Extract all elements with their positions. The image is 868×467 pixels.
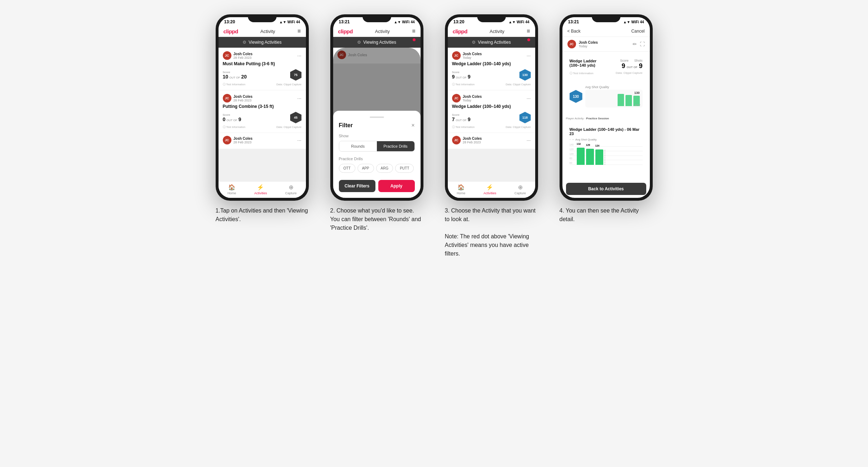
notch-3 (477, 14, 506, 22)
session-type: Practice Session (586, 117, 609, 120)
logo-3: clippd (453, 28, 467, 34)
capture-icon-1: ⊕ (289, 184, 293, 191)
capture-label-1: Capture (285, 191, 297, 195)
card-menu-3-2[interactable]: ··· (527, 95, 531, 101)
nav-home-1[interactable]: 🏠 Home (227, 184, 236, 195)
detail-user-name: Josh Coles (579, 40, 598, 44)
activity-card-3-3[interactable]: JC Josh Coles 28 Feb 2023 ··· (448, 133, 535, 149)
outof-3-2: OUT OF (456, 119, 466, 122)
viewing-activities-bar-1[interactable]: ⚙ Viewing Activities (219, 37, 306, 48)
card-header-3-2: JC Josh Coles Today ··· (452, 94, 531, 103)
card-menu-1-2[interactable]: ··· (297, 95, 302, 101)
battery-icon-1: 44 (296, 20, 300, 24)
phone-frame-4: 13:21 ▲▼ WiFi 44 < Back Cancel JC Jo (560, 14, 653, 201)
detail-actions: ✏ ⛶ (633, 41, 645, 47)
practice-card-title: Wedge Ladder (100–140 yds) - 06 Mar 23 (570, 127, 643, 136)
stat-group-3-2: Score 7 OUT OF 9 (452, 113, 471, 122)
wifi-icon-4: WiFi (631, 20, 639, 24)
avatar-4: JC (567, 40, 576, 48)
viewing-activities-bar-2[interactable]: ⚙ Viewing Activities (333, 37, 421, 48)
edit-icon[interactable]: ✏ (633, 41, 637, 47)
user-name-1-1: Josh Coles (234, 52, 253, 56)
activity-card-3-1[interactable]: JC Josh Coles Today ··· Wedge Ladder (10… (448, 48, 535, 90)
clear-filters-button[interactable]: Clear Filters (339, 180, 375, 192)
apply-button[interactable]: Apply (378, 180, 415, 192)
activity-card-1-1[interactable]: JC Josh Coles 28 Feb 2023 ··· Must Make … (219, 48, 306, 90)
user-info-3-2: JC Josh Coles Today (452, 94, 482, 103)
activity-card-1-2[interactable]: JC Josh Coles 28 Feb 2023 ··· Putting Co… (219, 90, 306, 133)
header-title-2: Activity (375, 29, 390, 34)
drill-chip-app[interactable]: APP (358, 164, 374, 173)
drill-chip-arg[interactable]: ARG (376, 164, 393, 173)
header-title-3: Activity (490, 29, 504, 34)
nav-activities-3[interactable]: ⚡ Activities (484, 184, 497, 195)
quality-hex-detail: 130 (570, 90, 582, 103)
avatar-1-3: JC (223, 136, 231, 144)
drill-chip-putt[interactable]: PUTT (395, 164, 414, 173)
stats-row-1-1: Score 10 OUT OF 20 75 (223, 69, 302, 81)
phone-screen-4: 13:21 ▲▼ WiFi 44 < Back Cancel JC Jo (562, 17, 650, 198)
pbar-2: 129 (586, 149, 594, 165)
nav-capture-3[interactable]: ⊕ Capture (514, 184, 526, 195)
avatar-3-2: JC (452, 94, 461, 103)
nav-activities-1[interactable]: ⚡ Activities (254, 184, 267, 195)
phone-screen-1: 13:20 ▲▼ WiFi 44 clippd Activity ≡ ⚙ Vie… (219, 17, 306, 198)
battery-icon-3: 44 (525, 20, 529, 24)
menu-icon-3[interactable]: ≡ (527, 28, 530, 34)
detail-info1: ⓘ Test Information (570, 71, 594, 75)
viewing-activities-bar-3[interactable]: ⚙ Viewing Activities (448, 37, 535, 48)
avatar-1-1: JC (223, 51, 231, 60)
menu-icon-1[interactable]: ≡ (297, 28, 301, 34)
drill-chip-ott[interactable]: OTT (339, 164, 355, 173)
user-info-3-3: JC Josh Coles 28 Feb 2023 (452, 136, 482, 144)
practice-drills-tab[interactable]: Practice Drills (377, 141, 414, 151)
card-header-1-1: JC Josh Coles 28 Feb 2023 ··· (223, 51, 302, 60)
back-to-activities-button[interactable]: Back to Activities (566, 183, 646, 195)
quality-hex-1-1: 75 (290, 69, 302, 81)
stat-outof-3-1: 9 OUT OF 9 (452, 74, 471, 80)
session-label: Player Activity · (566, 117, 586, 120)
dashed-line (605, 150, 605, 165)
back-button[interactable]: < Back (567, 29, 581, 34)
quality-hex-1-2: 45 (290, 112, 302, 123)
rounds-tab[interactable]: Rounds (339, 141, 377, 151)
nav-capture-1[interactable]: ⊕ Capture (285, 184, 297, 195)
notch-1 (248, 14, 277, 22)
detail-header: < Back Cancel (562, 26, 650, 37)
card-menu-3-1[interactable]: ··· (527, 53, 531, 58)
modal-header: Filter × (339, 122, 415, 129)
practice-sub: ·· ← Avg Shot Quality (570, 138, 643, 141)
expand-icon[interactable]: ⛶ (640, 41, 645, 47)
card-menu-1-3[interactable]: ··· (297, 137, 302, 143)
time-2: 13:21 (339, 19, 350, 24)
footer-right-1-2: Data: Clippd Capture (276, 125, 301, 129)
detail-score-val: 9 (622, 62, 625, 70)
modal-close-button[interactable]: × (411, 122, 414, 129)
home-icon-3: 🏠 (457, 184, 465, 191)
menu-icon-2[interactable]: ≡ (412, 28, 415, 34)
show-label: Show (339, 134, 415, 138)
signal-icon-4: ▲▼ (623, 20, 630, 24)
stat-outof-3-2: 7 OUT OF 9 (452, 116, 471, 122)
shots-col-label: Shots (634, 59, 642, 62)
detail-user-date: Today (579, 44, 598, 48)
wifi-icon-3: WiFi (517, 20, 524, 24)
status-icons-3: ▲▼ WiFi 44 (509, 20, 529, 24)
card-header-3-3: JC Josh Coles 28 Feb 2023 ··· (452, 136, 531, 144)
pbar-3: 124 (595, 149, 603, 165)
card-menu-3-3[interactable]: ··· (527, 137, 531, 143)
activity-title-1-2: Putting Combine (3-15 ft) (223, 104, 302, 109)
user-date-1-1: 28 Feb 2023 (234, 56, 253, 59)
activity-card-1-3[interactable]: JC Josh Coles 28 Feb 2023 ··· (219, 133, 306, 149)
nav-home-3[interactable]: 🏠 Home (457, 184, 465, 195)
activity-card-3-2[interactable]: JC Josh Coles Today ··· Wedge Ladder (10… (448, 90, 535, 133)
home-label-3: Home (457, 191, 465, 195)
score-value-3-2: 7 (452, 116, 455, 122)
cancel-button[interactable]: Cancel (631, 29, 644, 34)
activity-title-3-1: Wedge Ladder (100–140 yds) (452, 61, 531, 66)
activity-title-1-1: Must Make Putting (3-6 ft) (223, 61, 302, 66)
card-menu-1-1[interactable]: ··· (297, 53, 302, 58)
signal-icon-3: ▲▼ (509, 20, 516, 24)
practice-chart: 140 120 100 80 60 132 (570, 143, 643, 165)
score-value-1-1: 10 (223, 74, 229, 80)
